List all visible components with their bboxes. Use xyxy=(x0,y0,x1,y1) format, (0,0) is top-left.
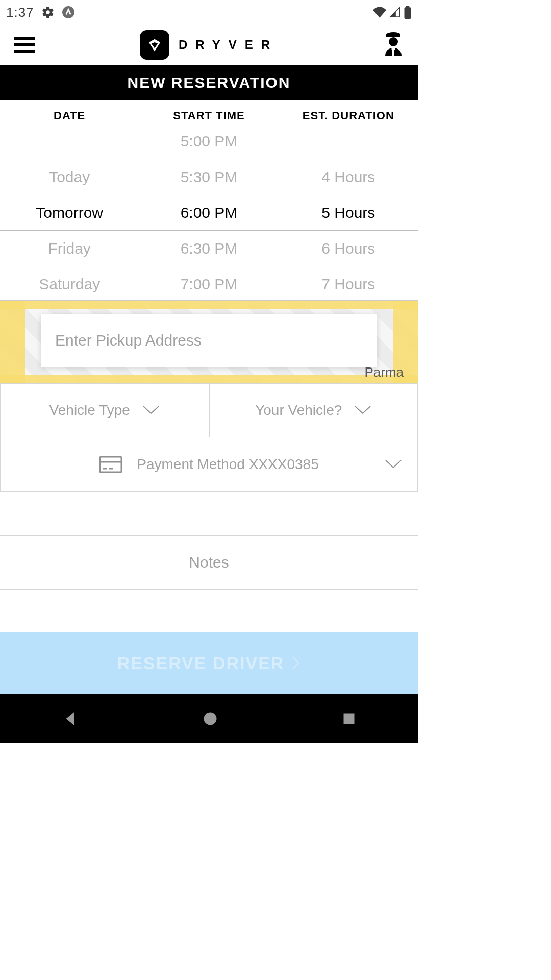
time-header: START TIME xyxy=(139,100,278,132)
duration-header: EST. DURATION xyxy=(279,100,418,132)
status-time: 1:37 xyxy=(6,5,34,20)
picker-item-selected[interactable]: 6:00 PM xyxy=(139,195,278,231)
app-icon xyxy=(62,6,75,19)
duration-column[interactable]: EST. DURATION 4 Hours 5 Hours 6 Hours 7 … xyxy=(279,100,418,300)
picker-item-selected[interactable]: 5 Hours xyxy=(279,195,418,231)
app-header: DRYVER xyxy=(0,24,418,65)
svg-rect-8 xyxy=(100,457,121,472)
brand-name: DRYVER xyxy=(179,38,278,52)
svg-rect-4 xyxy=(386,34,400,37)
pickup-address-input[interactable] xyxy=(55,332,363,349)
nav-home-button[interactable] xyxy=(203,711,218,726)
wifi-icon xyxy=(373,7,386,18)
date-column[interactable]: DATE Today Tomorrow Friday Saturday xyxy=(0,100,139,300)
status-bar: 1:37 xyxy=(0,0,418,24)
signal-icon xyxy=(389,7,400,18)
vehicle-type-select[interactable]: Vehicle Type xyxy=(0,383,209,437)
profile-button[interactable] xyxy=(383,32,404,58)
chauffeur-icon xyxy=(383,32,404,56)
credit-card-icon xyxy=(99,456,122,473)
chevron-down-icon xyxy=(385,459,402,470)
pickup-address-field[interactable] xyxy=(41,314,377,367)
svg-point-5 xyxy=(389,37,398,46)
nav-back-button[interactable] xyxy=(62,710,79,727)
picker-item[interactable] xyxy=(279,132,418,159)
reserve-label: RESERVE DRIVER xyxy=(117,653,285,673)
date-header: DATE xyxy=(0,100,139,132)
menu-button[interactable] xyxy=(14,37,35,53)
brand-logo: DRYVER xyxy=(140,30,278,60)
picker: DATE Today Tomorrow Friday Saturday STAR… xyxy=(0,100,418,301)
android-nav-bar xyxy=(0,694,418,743)
picker-item[interactable]: Friday xyxy=(0,231,139,266)
reserve-driver-button[interactable]: RESERVE DRIVER xyxy=(0,632,418,694)
nav-recent-button[interactable] xyxy=(342,712,356,726)
picker-item-selected[interactable]: Tomorrow xyxy=(0,195,139,231)
picker-item[interactable]: 6:30 PM xyxy=(139,231,278,266)
notes-label: Notes xyxy=(189,554,229,571)
your-vehicle-select[interactable]: Your Vehicle? xyxy=(209,383,418,437)
picker-item[interactable] xyxy=(0,132,139,159)
chevron-down-icon xyxy=(354,405,371,415)
vehicle-type-label: Vehicle Type xyxy=(49,402,130,419)
picker-item[interactable]: 4 Hours xyxy=(279,159,418,195)
chevron-down-icon xyxy=(142,405,160,415)
svg-rect-1 xyxy=(405,7,411,19)
picker-item[interactable]: 6 Hours xyxy=(279,231,418,266)
payment-method-label: Payment Method XXXX0385 xyxy=(137,456,318,473)
picker-item[interactable]: 5:30 PM xyxy=(139,159,278,195)
picker-item[interactable]: Today xyxy=(0,159,139,195)
payment-method-select[interactable]: Payment Method XXXX0385 xyxy=(0,437,418,492)
battery-icon xyxy=(404,6,412,19)
picker-item[interactable]: 7:00 PM xyxy=(139,266,278,300)
svg-rect-13 xyxy=(343,714,354,724)
notes-field[interactable]: Notes xyxy=(0,535,418,590)
dryver-logo-icon xyxy=(147,37,162,53)
picker-item[interactable]: Saturday xyxy=(0,266,139,300)
your-vehicle-label: Your Vehicle? xyxy=(255,402,342,419)
svg-point-12 xyxy=(204,713,217,725)
settings-icon xyxy=(41,6,55,19)
time-column[interactable]: START TIME 5:00 PM 5:30 PM 6:00 PM 6:30 … xyxy=(139,100,278,300)
page-title: NEW RESERVATION xyxy=(0,65,418,100)
chevron-right-icon xyxy=(291,655,300,671)
svg-rect-2 xyxy=(406,6,410,8)
map[interactable]: Parma xyxy=(0,301,418,383)
picker-item[interactable]: 7 Hours xyxy=(279,266,418,300)
picker-item[interactable]: 5:00 PM xyxy=(139,132,278,159)
